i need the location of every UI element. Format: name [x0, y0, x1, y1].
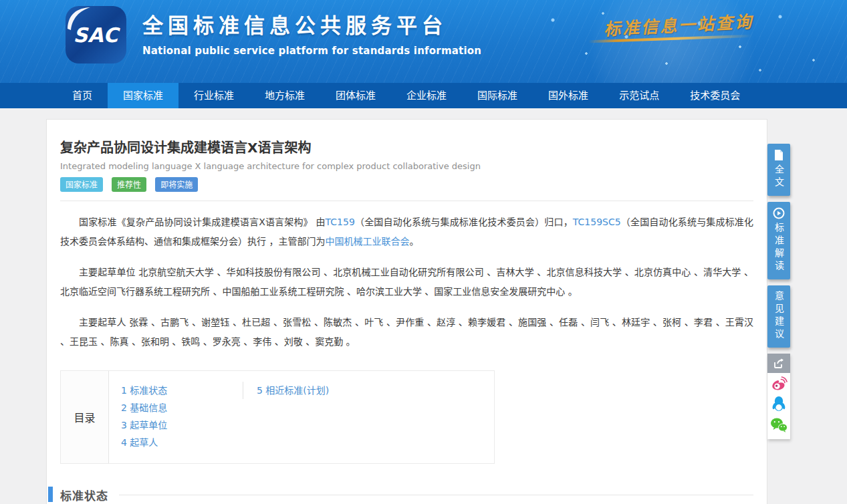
nav-item-local-standards[interactable]: 地方标准 — [249, 83, 320, 108]
drafting-units-paragraph: 主要起草单位 北京航空航天大学 、华如科技股份有限公司 、北京机械工业自动化研究… — [60, 263, 753, 301]
tag-national-standard: 国家标准 — [60, 177, 103, 192]
share-qq[interactable] — [767, 394, 790, 414]
toc-link-drafting-units[interactable]: 3 起草单位 — [121, 416, 243, 434]
share-panel — [767, 354, 790, 439]
nav-item-technical-committee[interactable]: 技术委员会 — [675, 83, 755, 108]
tag-to-be-implemented: 即将实施 — [155, 177, 198, 192]
toc-link-similar-standards[interactable]: 5 相近标准(计划) — [243, 382, 329, 399]
site-title-cn: 全国标准信息公共服务平台 — [142, 9, 481, 39]
site-title-en: National public service platform for sta… — [142, 45, 481, 57]
qq-icon — [771, 396, 786, 412]
wechat-icon — [770, 417, 788, 432]
toc-row: 3 起草单位 — [121, 416, 494, 434]
table-of-contents: 目录 1 标准状态5 相近标准(计划) 2 基础信息 3 起草单位 4 起草人 — [60, 370, 495, 464]
site-header: SAC 全国标准信息公共服务平台 National public service… — [0, 0, 847, 83]
feedback-label: 意见建议 — [772, 291, 785, 342]
link-machinery-federation[interactable]: 中国机械工业联合会 — [325, 236, 409, 247]
share-icon — [773, 358, 785, 369]
svg-text:SAC: SAC — [74, 23, 121, 47]
intro-text-2: （全国自动化系统与集成标准化技术委员会）归口， — [355, 217, 573, 227]
share-wechat[interactable] — [767, 414, 790, 435]
toc-row: 2 基础信息 — [121, 399, 494, 416]
section-marker — [48, 487, 53, 502]
toc-link-status[interactable]: 1 标准状态 — [121, 382, 243, 399]
toc-row: 1 标准状态5 相近标准(计划) — [121, 382, 494, 399]
drafters-paragraph: 主要起草人 张霖 、古鹏飞 、谢堃钰 、杜已超 、张雪松 、陈敏杰 、叶飞 、尹… — [60, 313, 753, 352]
toc-body: 1 标准状态5 相近标准(计划) 2 基础信息 3 起草单位 4 起草人 — [109, 371, 494, 463]
toc-label: 目录 — [61, 371, 109, 463]
link-tc159[interactable]: TC159 — [326, 217, 355, 227]
section-rule — [119, 495, 753, 495]
intro-text-4: 。 — [409, 236, 418, 247]
play-circle-icon — [773, 207, 785, 219]
site-brand: 全国标准信息公共服务平台 National public service pla… — [142, 9, 481, 57]
sac-logo[interactable]: SAC — [64, 5, 128, 65]
nav-item-national-standards[interactable]: 国家标准 — [108, 83, 178, 108]
nav-item-international-standards[interactable]: 国际标准 — [462, 83, 533, 108]
standard-detail-card: 复杂产品协同设计集成建模语言X语言架构 Integrated modeling … — [46, 119, 767, 504]
main-nav: 首页 国家标准 行业标准 地方标准 团体标准 企业标准 国际标准 国外标准 示范… — [0, 83, 847, 108]
nav-item-industry-standards[interactable]: 行业标准 — [178, 83, 249, 108]
status-section-title: 标准状态 — [60, 487, 108, 503]
toc-link-basic-info[interactable]: 2 基础信息 — [121, 399, 243, 416]
link-tc159sc5[interactable]: TC159SC5 — [573, 217, 621, 227]
tag-recommended: 推荐性 — [112, 177, 146, 192]
fulltext-button[interactable]: 全文 — [767, 144, 790, 196]
interpretation-label: 标准解读 — [772, 223, 785, 273]
divider — [60, 201, 753, 201]
feedback-button[interactable]: 意见建议 — [767, 285, 790, 348]
toc-row: 4 起草人 — [121, 434, 494, 451]
nav-item-pilot[interactable]: 示范试点 — [604, 83, 675, 108]
floating-sidebar: 全文 标准解读 意见建议 — [767, 144, 793, 439]
intro-paragraph: 国家标准《复杂产品协同设计集成建模语言X语言架构》 由TC159（全国自动化系统… — [60, 213, 753, 251]
toc-link-drafters[interactable]: 4 起草人 — [121, 434, 243, 451]
share-weibo[interactable] — [767, 373, 790, 394]
document-icon — [773, 149, 784, 161]
weibo-icon — [771, 376, 788, 392]
fulltext-label: 全文 — [772, 164, 785, 190]
nav-item-home[interactable]: 首页 — [57, 83, 108, 108]
page: SAC 全国标准信息公共服务平台 National public service… — [0, 0, 847, 504]
status-section-header: 标准状态 — [60, 487, 753, 503]
share-button[interactable] — [767, 354, 790, 373]
nav-item-foreign-standards[interactable]: 国外标准 — [533, 83, 604, 108]
nav-item-enterprise-standards[interactable]: 企业标准 — [391, 83, 462, 108]
intro-text-1: 国家标准《复杂产品协同设计集成建模语言X语言架构》 由 — [79, 217, 326, 227]
standard-title-en: Integrated modeling language X language … — [60, 161, 753, 171]
standard-title-cn: 复杂产品协同设计集成建模语言X语言架构 — [60, 120, 753, 156]
nav-item-group-standards[interactable]: 团体标准 — [320, 83, 391, 108]
standard-tags: 国家标准 推荐性 即将实施 — [60, 177, 753, 192]
interpretation-button[interactable]: 标准解读 — [767, 202, 790, 279]
